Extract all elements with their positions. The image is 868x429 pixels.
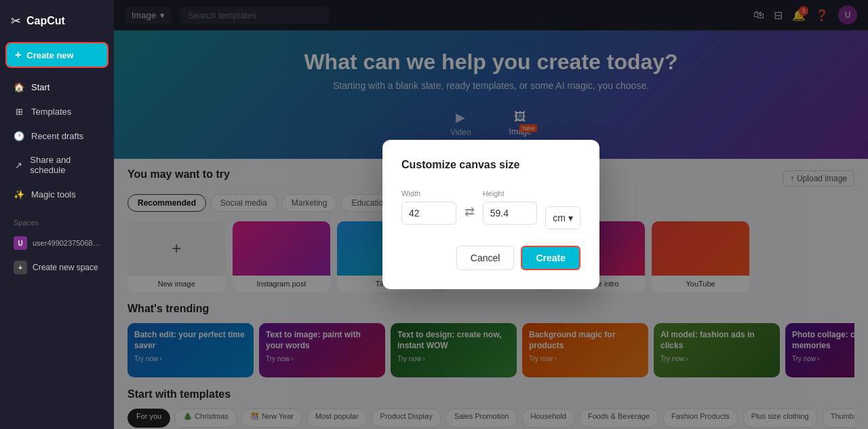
sidebar-item-magic-label: Magic tools <box>31 189 76 200</box>
width-label: Width <box>401 189 456 198</box>
spaces-label: Spaces <box>5 213 108 229</box>
home-icon: 🏠 <box>14 81 24 92</box>
swap-icon[interactable]: ⇄ <box>465 204 475 219</box>
sidebar-item-share[interactable]: ↗ Share and schedule <box>5 149 108 181</box>
user-space-item[interactable]: U user499023750688... <box>5 232 108 254</box>
create-space-icon: + <box>14 261 27 274</box>
modal-fields: Width ⇄ Height cm ▾ <box>401 185 580 229</box>
logo: ✂ CapCut <box>5 8 108 34</box>
sidebar: ✂ CapCut + Create new 🏠 Start ⊞ Template… <box>0 0 114 429</box>
sidebar-item-start[interactable]: 🏠 Start <box>5 76 108 98</box>
grid-icon: ⊞ <box>14 106 24 117</box>
customize-canvas-modal: Customize canvas size Width ⇄ Height <box>382 140 599 289</box>
sidebar-item-recent[interactable]: 🕐 Recent drafts <box>5 125 108 147</box>
modal-title: Customize canvas size <box>401 159 580 171</box>
clock-icon: 🕐 <box>14 130 24 141</box>
create-new-label: Create new <box>26 50 73 60</box>
sidebar-item-magic[interactable]: ✨ Magic tools <box>5 183 108 205</box>
logo-icon: ✂ <box>11 14 21 29</box>
unit-selector[interactable]: cm ▾ <box>545 194 580 229</box>
sidebar-item-templates[interactable]: ⊞ Templates <box>5 100 108 122</box>
main-content: Image ▾ 🛍 ⊟ 🔔 3 ❓ U What can we help you… <box>114 0 868 429</box>
width-input[interactable] <box>401 202 456 225</box>
user-space-name: user499023750688... <box>33 239 100 247</box>
plus-icon: + <box>15 49 21 61</box>
create-button[interactable]: Create <box>521 246 580 270</box>
create-space-label: Create new space <box>33 263 98 272</box>
cancel-button[interactable]: Cancel <box>456 246 515 270</box>
unit-value: cm <box>553 212 566 223</box>
height-field-group: Height <box>483 189 538 225</box>
create-new-button[interactable]: + Create new <box>5 42 108 68</box>
modal-overlay: Customize canvas size Width ⇄ Height <box>114 0 868 429</box>
sidebar-item-templates-label: Templates <box>31 107 71 117</box>
logo-text: CapCut <box>26 15 65 27</box>
height-input[interactable] <box>483 202 538 225</box>
magic-icon: ✨ <box>14 189 24 200</box>
modal-actions: Cancel Create <box>401 246 580 270</box>
sidebar-item-share-label: Share and schedule <box>30 155 100 175</box>
unit-dropdown[interactable]: cm ▾ <box>545 206 580 229</box>
create-space-item[interactable]: + Create new space <box>5 257 108 278</box>
width-field-group: Width <box>401 189 456 225</box>
sidebar-item-start-label: Start <box>31 82 50 92</box>
user-space-avatar: U <box>14 236 27 250</box>
app-container: ✂ CapCut + Create new 🏠 Start ⊞ Template… <box>0 0 868 429</box>
sidebar-item-recent-label: Recent drafts <box>31 131 83 141</box>
height-label: Height <box>483 189 538 198</box>
share-icon: ↗ <box>14 160 23 170</box>
unit-chevron-icon: ▾ <box>568 212 573 223</box>
